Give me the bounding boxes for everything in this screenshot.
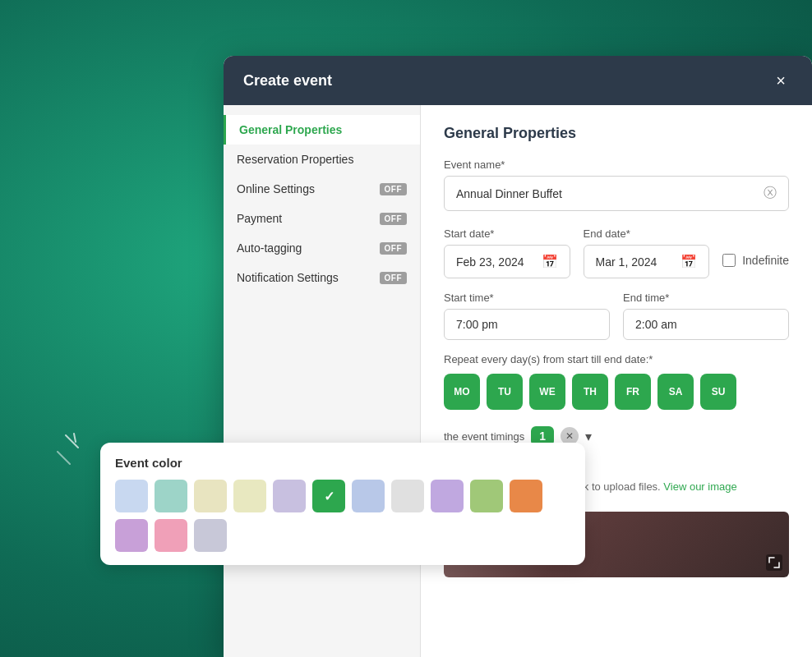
modal-close-button[interactable]: ×: [769, 69, 792, 92]
main-content: General Properties Event name* ⓧ Start d…: [421, 105, 812, 657]
online-settings-badge: OFF: [380, 183, 408, 195]
sidebar-item-label: Auto-tagging: [237, 241, 302, 255]
swatch-checkmark: ✓: [324, 489, 334, 504]
day-button-su[interactable]: SU: [700, 374, 736, 410]
event-name-group: Event name* ⓧ: [444, 159, 789, 211]
svg-line-1: [74, 434, 76, 442]
day-buttons: MO TU WE TH FR SA SU: [444, 374, 789, 410]
end-date-value: Mar 1, 2024: [596, 255, 657, 269]
clear-event-name-icon[interactable]: ⓧ: [764, 185, 777, 202]
start-date-value: Feb 23, 2024: [456, 255, 524, 269]
modal-body: General Properties Reservation Propertie…: [224, 105, 812, 657]
svg-line-2: [58, 452, 70, 464]
sidebar-item-reservation[interactable]: Reservation Properties: [224, 145, 420, 174]
end-date-calendar-icon: 📅: [681, 254, 697, 269]
color-popup-title: Event color: [115, 456, 570, 470]
color-swatch-13[interactable]: [194, 519, 227, 552]
image-expand-icon: [766, 554, 782, 571]
color-swatch-5[interactable]: ✓: [312, 480, 345, 512]
color-swatch-4[interactable]: [273, 480, 306, 512]
color-swatch-11[interactable]: [115, 519, 148, 552]
sidebar-item-label: Payment: [237, 212, 282, 225]
sidebar-item-autotagging[interactable]: Auto-tagging OFF: [224, 233, 420, 263]
end-date-label: End date*: [584, 227, 710, 240]
day-button-fr[interactable]: FR: [615, 374, 651, 410]
event-name-input[interactable]: [456, 187, 764, 200]
color-swatches: ✓: [115, 480, 570, 552]
modal-header: Create event ×: [224, 56, 812, 105]
sidebar-item-payment[interactable]: Payment OFF: [224, 204, 420, 233]
sidebar-item-label: General Properties: [239, 123, 342, 136]
event-name-label: Event name*: [444, 159, 789, 171]
start-date-col: Start date* Feb 23, 2024 📅: [444, 227, 570, 278]
repeat-label: Repeat every day(s) from start till end …: [444, 353, 789, 365]
end-date-input[interactable]: Mar 1, 2024 📅: [584, 245, 710, 278]
day-button-th[interactable]: TH: [572, 374, 608, 410]
color-swatch-0[interactable]: [115, 480, 148, 512]
day-button-we[interactable]: WE: [529, 374, 565, 410]
day-button-tu[interactable]: TU: [487, 374, 523, 410]
section-title: General Properties: [444, 125, 789, 142]
sidebar-item-notification[interactable]: Notification Settings OFF: [224, 263, 420, 292]
time-row: Start time* End time*: [444, 292, 789, 340]
color-swatch-10[interactable]: [510, 480, 542, 512]
end-time-label: End time*: [623, 292, 789, 304]
color-swatch-7[interactable]: [391, 480, 424, 512]
sidebar-item-label: Online Settings: [237, 182, 315, 195]
sidebar-item-label: Notification Settings: [237, 271, 339, 284]
color-swatch-1[interactable]: [155, 480, 187, 512]
timings-dropdown-icon[interactable]: ▾: [585, 429, 592, 444]
indefinite-label: Indefinite: [742, 254, 789, 267]
start-date-calendar-icon: 📅: [542, 254, 558, 269]
event-name-input-wrapper[interactable]: ⓧ: [444, 176, 789, 211]
sidebar: General Properties Reservation Propertie…: [224, 105, 421, 657]
repeat-days-group: Repeat every day(s) from start till end …: [444, 353, 789, 410]
end-date-col: End date* Mar 1, 2024 📅: [584, 227, 710, 278]
start-time-col: Start time*: [444, 292, 610, 340]
sidebar-item-label: Reservation Properties: [237, 153, 353, 166]
day-button-sa[interactable]: SA: [657, 374, 694, 410]
start-date-label: Start date*: [444, 227, 570, 240]
event-color-popup: Event color ✓: [100, 443, 585, 565]
sidebar-item-online[interactable]: Online Settings OFF: [224, 174, 420, 204]
indefinite-check-group: Indefinite: [722, 227, 789, 267]
start-date-input[interactable]: Feb 23, 2024 📅: [444, 245, 570, 278]
day-button-mo[interactable]: MO: [444, 374, 480, 410]
create-event-modal: Create event × General Properties Reserv…: [224, 56, 812, 657]
start-time-label: Start time*: [444, 292, 610, 304]
date-row: Start date* Feb 23, 2024 📅 End date* Mar…: [444, 227, 789, 278]
timings-label: the event timings: [444, 430, 524, 443]
sidebar-item-general[interactable]: General Properties: [224, 115, 420, 145]
end-time-col: End time*: [623, 292, 789, 340]
color-swatch-2[interactable]: [194, 480, 227, 512]
color-swatch-8[interactable]: [431, 480, 464, 512]
modal-title: Create event: [243, 72, 332, 90]
color-swatch-9[interactable]: [470, 480, 503, 512]
end-time-input[interactable]: [623, 309, 789, 340]
notification-badge: OFF: [380, 272, 408, 284]
color-swatch-6[interactable]: [352, 480, 385, 512]
color-swatch-12[interactable]: [155, 519, 187, 552]
autotagging-badge: OFF: [380, 242, 408, 255]
start-time-input[interactable]: [444, 309, 610, 340]
color-swatch-3[interactable]: [233, 480, 266, 512]
payment-badge: OFF: [380, 213, 408, 225]
svg-rect-3: [766, 554, 782, 571]
indefinite-checkbox[interactable]: [722, 254, 736, 267]
